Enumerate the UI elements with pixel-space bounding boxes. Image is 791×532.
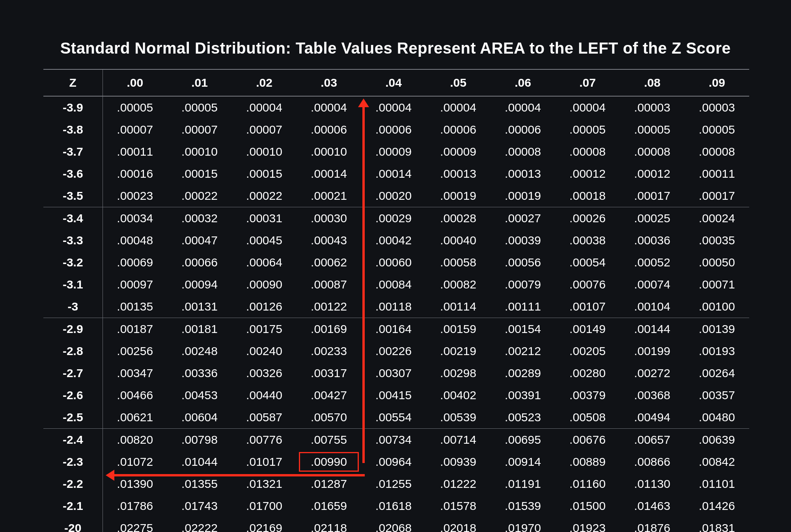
cell-value: .00035: [685, 229, 749, 251]
cell-value: .00104: [620, 296, 685, 318]
row-header-z: -2.9: [43, 318, 103, 340]
cell-value: .00005: [167, 96, 232, 119]
cell-value: .00114: [426, 296, 491, 318]
col-header: .02: [232, 69, 297, 96]
cell-value: .00248: [167, 340, 232, 362]
col-header: .06: [491, 69, 555, 96]
cell-value: .00039: [491, 229, 555, 251]
row-header-z: -3: [43, 296, 103, 318]
cell-value: .01876: [620, 517, 685, 532]
cell-value: .00440: [232, 384, 297, 406]
cell-value: .00007: [167, 119, 232, 141]
cell-value: .00005: [620, 119, 685, 141]
table-row: -3.8.00007.00007.00007.00006.00006.00006…: [43, 119, 749, 141]
cell-value: .00004: [491, 96, 555, 119]
cell-value: .00289: [491, 362, 555, 384]
col-header: .01: [167, 69, 232, 96]
cell-value: .00939: [426, 451, 491, 473]
z-table: Z.00.01.02.03.04.05.06.07.08.09 -3.9.000…: [43, 69, 749, 532]
cell-value: .00317: [297, 362, 361, 384]
cell-value: .00004: [361, 96, 426, 119]
cell-value: .00013: [491, 163, 555, 185]
cell-value: .01539: [491, 495, 555, 517]
highlighted-cell: .00990: [297, 451, 361, 473]
cell-value: .00008: [685, 141, 749, 163]
cell-value: .00074: [620, 273, 685, 296]
cell-value: .00011: [103, 141, 167, 163]
row-header-z: -2.3: [43, 451, 103, 473]
cell-value: .00014: [361, 163, 426, 185]
cell-value: .00007: [232, 119, 297, 141]
cell-value: .00008: [491, 141, 555, 163]
cell-value: .00097: [103, 273, 167, 296]
cell-value: .01044: [167, 451, 232, 473]
cell-value: .00539: [426, 406, 491, 429]
cell-value: .00336: [167, 362, 232, 384]
cell-value: .00012: [620, 163, 685, 185]
cell-value: .00233: [297, 340, 361, 362]
col-header: .00: [103, 69, 167, 96]
cell-value: .00064: [232, 251, 297, 273]
row-header-z: -3.8: [43, 119, 103, 141]
cell-value: .00307: [361, 362, 426, 384]
cell-value: .00508: [555, 406, 620, 429]
table-row: -2.6.00466.00453.00440.00427.00415.00402…: [43, 384, 749, 406]
row-header-z: -3.7: [43, 141, 103, 163]
cell-value: .00219: [426, 340, 491, 362]
cell-value: .00006: [297, 119, 361, 141]
row-header-z: -3.6: [43, 163, 103, 185]
cell-value: .00604: [167, 406, 232, 429]
cell-value: .00676: [555, 429, 620, 451]
cell-value: .01659: [297, 495, 361, 517]
cell-value: .00415: [361, 384, 426, 406]
cell-value: .00076: [555, 273, 620, 296]
cell-value: .01355: [167, 473, 232, 495]
cell-value: .00010: [167, 141, 232, 163]
table-row: -2.2.01390.01355.01321.01287.01255.01222…: [43, 473, 749, 495]
cell-value: .00029: [361, 207, 426, 230]
table-row: -3.2.00069.00066.00064.00062.00060.00058…: [43, 251, 749, 273]
cell-value: .00082: [426, 273, 491, 296]
table-row: -20.02275.02222.02169.02118.02068.02018.…: [43, 517, 749, 532]
cell-value: .00015: [167, 163, 232, 185]
cell-value: .00032: [167, 207, 232, 230]
table-row: -2.4.00820.00798.00776.00755.00734.00714…: [43, 429, 749, 451]
cell-value: .01287: [297, 473, 361, 495]
table-row: -3.9.00005.00005.00004.00004.00004.00004…: [43, 96, 749, 119]
cell-value: .00734: [361, 429, 426, 451]
cell-value: .00199: [620, 340, 685, 362]
cell-value: .01700: [232, 495, 297, 517]
cell-value: .00031: [232, 207, 297, 230]
row-header-z: -3.5: [43, 185, 103, 207]
table-row: -2.8.00256.00248.00240.00233.00226.00219…: [43, 340, 749, 362]
cell-value: .01463: [620, 495, 685, 517]
cell-value: .00005: [103, 96, 167, 119]
cell-value: .00427: [297, 384, 361, 406]
cell-value: .00060: [361, 251, 426, 273]
table-row: -2.5.00621.00604.00587.00570.00554.00539…: [43, 406, 749, 429]
cell-value: .00379: [555, 384, 620, 406]
cell-value: .00149: [555, 318, 620, 340]
cell-value: .00154: [491, 318, 555, 340]
cell-value: .00008: [620, 141, 685, 163]
row-header-z: -2.4: [43, 429, 103, 451]
cell-value: .00023: [103, 185, 167, 207]
cell-value: .00820: [103, 429, 167, 451]
cell-value: .00048: [103, 229, 167, 251]
cell-value: .00914: [491, 451, 555, 473]
cell-value: .01578: [426, 495, 491, 517]
cell-value: .02222: [167, 517, 232, 532]
cell-value: .00084: [361, 273, 426, 296]
cell-value: .00006: [361, 119, 426, 141]
cell-value: .00054: [555, 251, 620, 273]
cell-value: .02169: [232, 517, 297, 532]
cell-value: .00175: [232, 318, 297, 340]
cell-value: .00017: [620, 185, 685, 207]
col-header: .07: [555, 69, 620, 96]
cell-value: .00010: [232, 141, 297, 163]
cell-value: .01017: [232, 451, 297, 473]
row-header-z: -3.4: [43, 207, 103, 230]
cell-value: .00523: [491, 406, 555, 429]
cell-value: .00695: [491, 429, 555, 451]
table-title: Standard Normal Distribution: Table Valu…: [43, 39, 748, 57]
